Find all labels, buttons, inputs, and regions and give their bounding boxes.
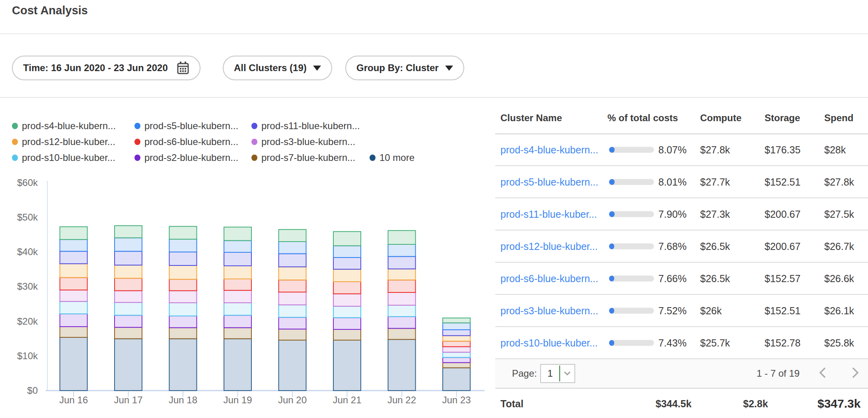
bar-segment[interactable] <box>169 265 197 279</box>
bar-segment[interactable] <box>279 305 306 317</box>
bar-segment[interactable] <box>333 317 361 329</box>
cluster-name-link[interactable]: prod-s3-blue-kubern... <box>500 305 598 316</box>
bar-segment[interactable] <box>443 330 470 336</box>
bar-segment[interactable] <box>60 227 88 240</box>
cluster-name-link[interactable]: prod-s4-blue-kubern... <box>500 144 598 155</box>
bar-segment[interactable] <box>169 291 197 303</box>
bar-segment[interactable] <box>388 256 416 269</box>
bar-segment[interactable] <box>115 278 142 290</box>
bar-segment[interactable] <box>279 329 306 340</box>
bar-segment[interactable] <box>60 264 88 278</box>
cluster-name-link[interactable]: prod-s6-blue-kubern... <box>500 273 598 284</box>
bar-segment[interactable] <box>60 278 88 290</box>
bar-segment[interactable] <box>279 254 306 267</box>
bar-jun-20[interactable] <box>279 230 306 391</box>
bar-segment[interactable] <box>333 246 361 257</box>
groupby-filter-button[interactable]: Group By: Cluster <box>345 56 464 80</box>
bar-segment[interactable] <box>443 363 470 368</box>
bar-segment[interactable] <box>333 257 361 269</box>
bar-segment[interactable] <box>115 327 142 339</box>
bar-segment[interactable] <box>169 279 197 291</box>
bar-segment[interactable] <box>333 294 361 306</box>
bar-segment[interactable] <box>115 251 142 265</box>
bar-segment[interactable] <box>388 230 416 244</box>
bar-segment[interactable] <box>388 244 416 256</box>
bar-segment[interactable] <box>443 318 470 323</box>
legend-item[interactable]: prod-s3-blue-kubern... <box>251 136 355 147</box>
bar-segment[interactable] <box>443 357 470 362</box>
bar-segment[interactable] <box>279 317 306 329</box>
legend-item[interactable]: prod-s5-blue-kubern... <box>134 120 238 132</box>
bar-segment[interactable] <box>60 314 88 327</box>
legend-item[interactable]: prod-s7-blue-kubern... <box>251 152 355 163</box>
bar-segment[interactable] <box>115 315 142 327</box>
legend-item[interactable]: prod-s11-blue-kubern... <box>251 120 360 132</box>
bar-segment[interactable] <box>388 328 416 339</box>
bar-segment[interactable] <box>279 340 306 391</box>
bar-segment[interactable] <box>388 317 416 329</box>
bar-segment[interactable] <box>169 226 197 239</box>
bar-segment[interactable] <box>169 239 197 252</box>
bar-segment[interactable] <box>115 302 142 315</box>
bar-segment[interactable] <box>60 337 88 391</box>
legend-item[interactable]: prod-s6-blue-kubern... <box>134 136 238 147</box>
bar-segment[interactable] <box>388 292 416 305</box>
bar-jun-21[interactable] <box>333 232 361 391</box>
bar-segment[interactable] <box>224 227 251 240</box>
cluster-name-link[interactable]: prod-s5-blue-kubern... <box>500 176 598 188</box>
bar-segment[interactable] <box>388 269 416 280</box>
clusters-filter-button[interactable]: All Clusters (19) <box>223 56 332 80</box>
legend-item[interactable]: prod-s10-blue-kuber... <box>12 152 115 163</box>
bar-segment[interactable] <box>60 302 88 314</box>
bar-segment[interactable] <box>333 306 361 318</box>
bar-segment[interactable] <box>224 339 251 391</box>
bar-segment[interactable] <box>279 292 306 305</box>
legend-item[interactable]: prod-s2-blue-kubern... <box>134 152 238 163</box>
bar-jun-23[interactable] <box>443 318 470 391</box>
bar-segment[interactable] <box>333 269 361 282</box>
bar-segment[interactable] <box>443 336 470 341</box>
cluster-name-link[interactable]: prod-s11-blue-kuber... <box>500 208 597 220</box>
bar-segment[interactable] <box>443 323 470 329</box>
bar-segment[interactable] <box>115 226 142 238</box>
bar-segment[interactable] <box>115 238 142 251</box>
bar-segment[interactable] <box>115 265 142 278</box>
bar-segment[interactable] <box>60 290 88 302</box>
bar-segment[interactable] <box>169 328 197 339</box>
bar-segment[interactable] <box>115 291 142 303</box>
bar-segment[interactable] <box>388 305 416 317</box>
bar-segment[interactable] <box>443 341 470 347</box>
bar-segment[interactable] <box>333 282 361 294</box>
next-page-button[interactable] <box>850 366 860 381</box>
bar-jun-22[interactable] <box>388 230 416 391</box>
bar-segment[interactable] <box>443 352 470 357</box>
bar-segment[interactable] <box>224 252 251 266</box>
bar-segment[interactable] <box>443 347 470 352</box>
bar-segment[interactable] <box>279 280 306 292</box>
bar-jun-18[interactable] <box>169 226 197 391</box>
bar-segment[interactable] <box>60 327 88 337</box>
bar-segment[interactable] <box>169 303 197 316</box>
time-filter-button[interactable]: Time: 16 Jun 2020 - 23 Jun 2020 <box>12 56 200 80</box>
bar-segment[interactable] <box>333 232 361 246</box>
bar-segment[interactable] <box>333 329 361 340</box>
bar-segment[interactable] <box>224 279 251 290</box>
bar-segment[interactable] <box>224 315 251 327</box>
legend-item[interactable]: prod-s12-blue-kuber... <box>12 136 115 147</box>
bar-segment[interactable] <box>333 340 361 391</box>
page-select[interactable]: 1 <box>540 364 575 383</box>
bar-segment[interactable] <box>224 328 251 339</box>
cluster-name-link[interactable]: prod-s12-blue-kuber... <box>500 240 598 252</box>
bar-segment[interactable] <box>224 266 251 279</box>
bar-segment[interactable] <box>169 316 197 328</box>
bar-segment[interactable] <box>388 339 416 391</box>
bar-segment[interactable] <box>224 290 251 303</box>
bar-segment[interactable] <box>60 240 88 252</box>
bar-segment[interactable] <box>279 242 306 254</box>
bar-segment[interactable] <box>279 230 306 242</box>
bar-segment[interactable] <box>224 303 251 315</box>
legend-item[interactable]: prod-s4-blue-kubern... <box>12 120 116 132</box>
bar-jun-19[interactable] <box>224 227 251 391</box>
bar-segment[interactable] <box>388 280 416 292</box>
bar-segment[interactable] <box>443 368 470 391</box>
